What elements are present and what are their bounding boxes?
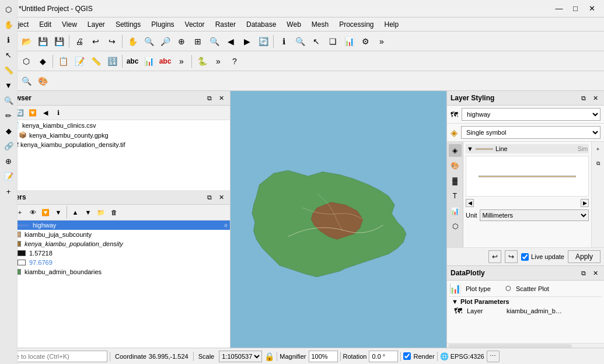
styling-tab-mask[interactable]: ⬡ bbox=[449, 220, 462, 233]
layer-item-admin[interactable]: kiambu_admin_boundaries bbox=[0, 267, 230, 276]
transform-side-btn[interactable]: ⊕ bbox=[2, 154, 16, 168]
save-btn[interactable]: 💾 bbox=[35, 34, 50, 49]
node-btn[interactable]: ◆ bbox=[35, 54, 50, 69]
browser-info-btn[interactable]: ℹ bbox=[53, 107, 64, 118]
label2-btn[interactable]: abc bbox=[158, 54, 173, 69]
diagram-btn[interactable]: 📊 bbox=[141, 54, 156, 69]
apply-button[interactable]: Apply bbox=[568, 250, 600, 263]
layers-close-btn[interactable]: ✕ bbox=[216, 192, 226, 202]
styling-tree-line[interactable]: ▼ Line Sim bbox=[466, 144, 589, 153]
zoom-in-btn[interactable]: 🔍 bbox=[141, 34, 156, 49]
menu-processing[interactable]: Processing bbox=[334, 19, 378, 30]
layers-up-btn[interactable]: ▲ bbox=[69, 206, 81, 218]
styling-tab-color[interactable]: 🎨 bbox=[449, 159, 462, 172]
save-as-btn[interactable]: 💾 bbox=[51, 34, 67, 49]
info-btn[interactable]: ℹ bbox=[276, 34, 291, 49]
menu-database[interactable]: Database bbox=[242, 19, 281, 30]
rotation-input[interactable] bbox=[369, 351, 398, 362]
browser-float-btn[interactable]: ⧉ bbox=[204, 93, 215, 103]
layers-visible-btn[interactable]: 👁 bbox=[27, 206, 39, 218]
styling-tab-label[interactable]: T bbox=[449, 190, 462, 202]
scale-select[interactable]: 1:1050537 bbox=[219, 351, 262, 362]
dataplotly-float-btn[interactable]: ⧉ bbox=[578, 268, 589, 278]
zoom-select-btn[interactable]: 🔍 bbox=[207, 34, 222, 49]
arrow-side-btn[interactable]: ▼ bbox=[2, 91, 16, 92]
styling-float-btn[interactable]: ⧉ bbox=[578, 93, 589, 103]
open-btn[interactable]: 📂 bbox=[19, 34, 34, 49]
menu-help[interactable]: Help bbox=[380, 19, 404, 30]
print-btn[interactable]: 🖨 bbox=[72, 34, 87, 49]
layers-remove-btn[interactable]: 🗑 bbox=[108, 206, 120, 218]
styling-layer-select[interactable]: highway bbox=[462, 108, 600, 121]
styling-undo-btn[interactable]: ↩ bbox=[488, 250, 501, 263]
browser-item-tif[interactable]: 🗺 kenya_kiambu_population_density.tif bbox=[0, 140, 230, 149]
layer-item-highway[interactable]: highway ≡ bbox=[0, 220, 230, 230]
field-btn[interactable]: 📝 bbox=[72, 54, 87, 69]
zoom-side-btn[interactable]: 🔍 bbox=[2, 93, 16, 107]
dataplotly-hscroll[interactable] bbox=[447, 343, 604, 348]
render-checkbox[interactable] bbox=[403, 352, 411, 360]
unit-select[interactable]: Millimeters bbox=[480, 209, 589, 221]
pan-btn[interactable]: ✋ bbox=[125, 34, 140, 49]
live-update-checkbox[interactable] bbox=[521, 253, 529, 261]
browser-item-gpkg[interactable]: ▶ 📦 kenya_kiambu_county.gpkg bbox=[0, 130, 230, 140]
styling-tab-opacity[interactable]: ▓ bbox=[449, 174, 462, 187]
plus-side-btn[interactable]: + bbox=[2, 184, 16, 198]
styling-tab-diagram[interactable]: 📊 bbox=[449, 205, 462, 218]
layers-group-btn[interactable]: 📁 bbox=[95, 206, 107, 218]
zoom-full-btn[interactable]: ⊕ bbox=[174, 34, 189, 49]
zoom-prev-btn[interactable]: ◀ bbox=[223, 34, 238, 49]
attr-btn[interactable]: 📋 bbox=[55, 54, 71, 69]
dp-section-header[interactable]: ▼ Plot Parameters bbox=[449, 297, 602, 306]
menu-layer[interactable]: Layer bbox=[83, 19, 110, 30]
zoom-layer-btn[interactable]: ⊞ bbox=[190, 34, 205, 49]
dataplotly-close-btn[interactable]: ✕ bbox=[590, 268, 600, 278]
more-btn[interactable]: » bbox=[374, 34, 389, 49]
browser-item-csv[interactable]: 📄 kenya_kiambu_clinics.csv bbox=[0, 120, 230, 130]
styling-close-btn[interactable]: ✕ bbox=[590, 93, 600, 103]
zoom-next-btn[interactable]: ▶ bbox=[239, 34, 254, 49]
browser-filter-btn[interactable]: 🔽 bbox=[27, 107, 39, 118]
browser-collapse-btn[interactable]: ◀ bbox=[40, 107, 51, 118]
plugins-btn[interactable]: » bbox=[211, 54, 226, 69]
select-btn[interactable]: ↖ bbox=[309, 34, 324, 49]
edit-side-btn[interactable]: ✏ bbox=[2, 108, 16, 123]
layers-filter-btn[interactable]: 🔽 bbox=[40, 206, 51, 218]
style-btn[interactable]: 🎨 bbox=[35, 74, 50, 89]
zoom-out-btn[interactable]: 🔎 bbox=[158, 34, 173, 49]
menu-edit[interactable]: Edit bbox=[34, 19, 56, 30]
close-button[interactable]: ✕ bbox=[584, 3, 599, 15]
search-btn[interactable]: 🔍 bbox=[19, 74, 34, 89]
label3-btn[interactable]: » bbox=[174, 54, 189, 69]
layer-item-kiambu-juja[interactable]: kiambu_juja_subcounty bbox=[0, 230, 230, 239]
browser-close-btn[interactable]: ✕ bbox=[216, 93, 226, 103]
layers-down-btn[interactable]: ▼ bbox=[82, 206, 94, 218]
menu-raster[interactable]: Raster bbox=[211, 19, 240, 30]
menu-web[interactable]: Web bbox=[282, 19, 305, 30]
maximize-button[interactable]: □ bbox=[568, 3, 583, 15]
python-btn[interactable]: 🐍 bbox=[194, 54, 210, 69]
minimize-button[interactable]: — bbox=[551, 3, 567, 15]
menu-view[interactable]: View bbox=[57, 19, 82, 30]
node-side-btn[interactable]: ◆ bbox=[2, 124, 16, 138]
snap-side-btn[interactable]: 🔗 bbox=[2, 139, 16, 153]
identify-btn[interactable]: 🔍 bbox=[292, 34, 308, 49]
digitize-btn[interactable]: ⬡ bbox=[19, 54, 34, 69]
deselect-btn[interactable]: ❑ bbox=[325, 34, 340, 49]
locate-input[interactable] bbox=[2, 351, 107, 362]
menu-settings[interactable]: Settings bbox=[111, 19, 145, 30]
map-canvas[interactable] bbox=[231, 91, 446, 348]
styling-right-dup[interactable]: ⧉ bbox=[592, 157, 605, 170]
stats-btn[interactable]: 📊 bbox=[341, 34, 357, 49]
menu-vector[interactable]: Vector bbox=[180, 19, 210, 30]
epsg-settings-btn[interactable]: ⋯ bbox=[487, 351, 500, 362]
settings2-btn[interactable]: ⚙ bbox=[358, 34, 373, 49]
magnifier-input[interactable] bbox=[309, 351, 338, 362]
styling-tab-symbol[interactable]: ◈ bbox=[449, 144, 462, 157]
styling-right-add[interactable]: + bbox=[592, 143, 605, 156]
layer-item-population[interactable]: kenya_kiambu_population_density bbox=[0, 239, 230, 249]
refresh-btn[interactable]: 🔄 bbox=[256, 34, 271, 49]
styling-redo-btn[interactable]: ↪ bbox=[505, 250, 518, 263]
undo-btn[interactable]: ↩ bbox=[88, 34, 103, 49]
menu-mesh[interactable]: Mesh bbox=[307, 19, 333, 30]
